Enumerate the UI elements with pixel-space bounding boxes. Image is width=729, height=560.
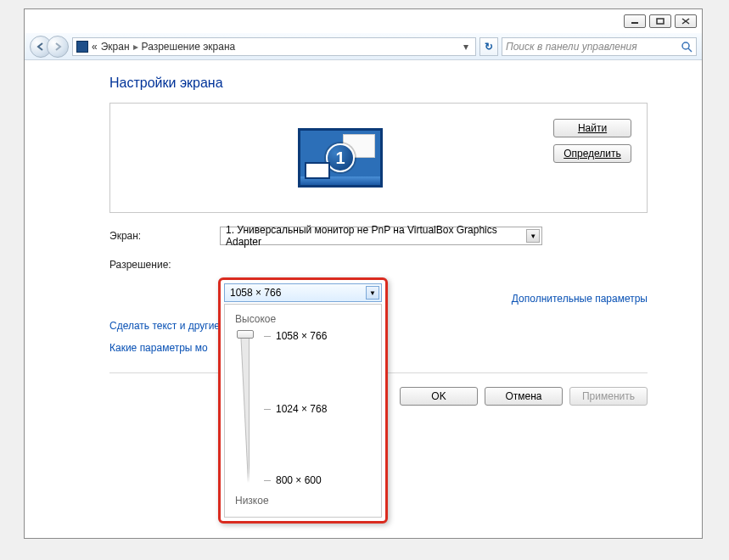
breadcrumb-page[interactable]: Разрешение экрана	[142, 41, 236, 53]
close-button[interactable]	[675, 14, 697, 28]
control-panel-icon	[76, 41, 88, 53]
monitor-secondary-icon	[305, 162, 330, 179]
minimize-button[interactable]	[624, 14, 646, 28]
address-dropdown[interactable]: ▾	[460, 41, 472, 53]
minimize-icon	[631, 18, 639, 25]
display-row: Экран: 1. Универсальный монитор не PnP н…	[109, 227, 648, 245]
nav-buttons	[30, 36, 69, 58]
resolution-slider-panel: Высокое 1058 × 766 1024 × 768 800 × 600 …	[224, 304, 382, 518]
close-icon	[681, 18, 690, 25]
window: « Экран ▸ Разрешение экрана ▾ ↻ Поиск в …	[24, 8, 703, 539]
maximize-button[interactable]	[649, 14, 671, 28]
search-box[interactable]: Поиск в панели управления	[502, 37, 697, 56]
display-label: Экран:	[109, 230, 220, 242]
refresh-button[interactable]: ↻	[479, 37, 498, 56]
resolution-high-label: Высокое	[235, 313, 371, 325]
svg-rect-1	[657, 19, 664, 24]
address-bar[interactable]: « Экран ▸ Разрешение экрана ▾	[72, 37, 476, 56]
detect-button[interactable]: Определить	[553, 144, 631, 163]
monitor-buttons: Найти Определить	[553, 119, 631, 163]
forward-button[interactable]	[47, 36, 69, 58]
apply-button: Применить	[569, 387, 648, 406]
resolution-option-2[interactable]: 800 × 600	[264, 474, 322, 486]
resolution-slider-area: 1058 × 766 1024 × 768 800 × 600	[235, 330, 371, 491]
titlebar-controls	[624, 14, 697, 28]
resolution-row: Разрешение:	[109, 259, 648, 271]
resolution-value: 1058 × 766	[230, 287, 281, 299]
resolution-combo[interactable]: 1058 × 766 ▼	[224, 283, 382, 302]
content-area: Настройки экрана 1 Найти Определить Экра…	[25, 60, 702, 538]
find-button[interactable]: Найти	[553, 119, 631, 137]
display-combo[interactable]: 1. Универсальный монитор не PnP на Virtu…	[220, 227, 542, 245]
cancel-button[interactable]: Отмена	[485, 387, 563, 406]
refresh-icon: ↻	[485, 41, 493, 53]
page-title: Настройки экрана	[109, 76, 648, 91]
monitor-number-badge: 1	[326, 143, 355, 172]
monitor-preview-box: 1 Найти Определить	[109, 103, 648, 213]
resolution-option-1[interactable]: 1024 × 768	[264, 403, 327, 415]
forward-icon	[53, 42, 63, 52]
resolution-slider-thumb[interactable]	[237, 330, 254, 339]
breadcrumb-prefix: «	[92, 41, 98, 53]
resolution-slider-track[interactable]	[235, 330, 255, 483]
resolution-low-label: Низкое	[235, 495, 371, 507]
advanced-settings-link[interactable]: Дополнительные параметры	[512, 293, 648, 305]
search-icon	[681, 41, 693, 53]
svg-point-4	[682, 42, 689, 49]
svg-line-5	[688, 48, 692, 52]
resolution-label: Разрешение:	[109, 259, 220, 271]
search-placeholder: Поиск в панели управления	[506, 41, 681, 53]
slider-track-shape	[241, 330, 249, 483]
ok-button[interactable]: OK	[400, 387, 478, 406]
resolution-option-0[interactable]: 1058 × 766	[264, 330, 327, 342]
maximize-icon	[656, 18, 665, 25]
display-value: 1. Универсальный монитор не PnP на Virtu…	[226, 224, 526, 248]
resolution-tick-labels: 1058 × 766 1024 × 768 800 × 600	[264, 330, 371, 491]
chevron-down-icon: ▼	[526, 229, 540, 243]
chevron-down-icon: ▼	[366, 286, 379, 300]
monitor-preview[interactable]: 1	[298, 128, 391, 188]
resolution-popup: 1058 × 766 ▼ Высокое 1058 × 766 1024 × 7…	[218, 277, 388, 524]
toolbar: « Экран ▸ Разрешение экрана ▾ ↻ Поиск в …	[25, 33, 702, 60]
breadcrumb-root[interactable]: Экран	[101, 41, 130, 53]
breadcrumb-separator: ▸	[133, 41, 138, 53]
back-icon	[36, 42, 46, 52]
